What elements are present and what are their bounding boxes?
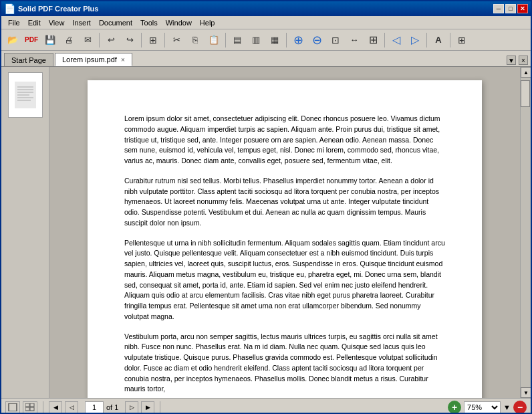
menu-tools[interactable]: Tools [136,17,162,28]
separator-7 [426,33,427,47]
open-folder-button[interactable]: 📂 [4,31,21,49]
save-button[interactable]: 💾 [41,31,59,49]
multi-page-icon [25,403,35,411]
maximize-button[interactable]: □ [505,4,516,13]
menu-document[interactable]: Document [95,17,136,28]
zoom-select[interactable]: 50% 75% 100% 125% 150% 200% [464,401,501,413]
zoom-in-button[interactable]: ⊕ [289,31,307,49]
separator-8 [450,33,450,47]
text-tool-button[interactable]: A [430,31,447,49]
thumbnail-icon [15,82,36,108]
status-bar: ◀ ◁ of 1 ▷ ▶ + 50% 75% 100% 125% 150% 20… [1,398,531,414]
pdf-button[interactable]: PDF [23,31,40,49]
scroll-thumb[interactable] [521,80,530,107]
tab-lorem-ipsum[interactable]: Lorem ipsum.pdf × [55,53,132,66]
title-bar-controls: ─ □ ✕ [493,4,528,13]
view-pages-button[interactable]: ⊞ [144,31,162,49]
copy-button[interactable]: ⎘ [186,31,204,49]
toolbar: 📂 PDF 💾 🖨 ✉ ↩ ↪ ⊞ ✂ ⎘ 📋 ▤ ▥ ▦ ⊕ ⊖ ⊡ ↔ ⊞ … [1,29,531,51]
fit-all-button[interactable]: ⊞ [364,31,382,49]
page-thumbnail[interactable] [8,72,43,118]
main-area: Lorem ipsum dolor sit amet, consectetuer… [1,67,531,398]
zoom-out-button[interactable]: ⊖ [308,31,325,49]
scroll-track[interactable] [521,78,531,387]
tab-lorem-ipsum-label: Lorem ipsum.pdf [62,56,117,64]
col1-button[interactable]: ▤ [229,31,246,49]
col2-button[interactable]: ▥ [247,31,265,49]
separator-3 [164,33,165,47]
app-icon: 📄 [4,3,15,14]
title-bar: 📄 Solid PDF Creator Plus ─ □ ✕ [1,1,531,16]
tab-close-all-button[interactable]: × [519,56,528,65]
close-button[interactable]: ✕ [517,4,528,13]
view-grid-button[interactable] [23,401,37,413]
title-bar-left: 📄 Solid PDF Creator Plus [4,3,98,14]
tab-dropdown-button[interactable]: ▼ [507,56,516,65]
status-separator-2 [160,401,160,413]
svg-rect-9 [30,403,34,407]
page-indicator: of 1 [85,401,118,413]
vertical-scrollbar: ▲ ▼ [520,67,531,398]
svg-rect-10 [25,407,29,411]
svg-rect-7 [9,403,17,411]
page-number-input[interactable] [85,401,104,413]
menu-help[interactable]: Help [196,17,219,28]
col3-button[interactable]: ▦ [266,31,283,49]
tab-start-page-label: Start Page [11,56,46,64]
scroll-down-button[interactable]: ▼ [521,387,531,398]
minimize-button[interactable]: ─ [493,4,504,13]
zoom-in-status-button[interactable]: + [448,401,461,414]
tab-bar-right: ▼ × [507,56,531,66]
paragraph-3: Pellentesque ut urna in nibh sollicitudi… [124,238,445,322]
nav-first-button[interactable]: ◀ [49,401,62,413]
email-button[interactable]: ✉ [79,31,96,49]
single-page-icon [8,403,17,411]
nav-left-button[interactable]: ◁ [388,31,405,49]
svg-rect-8 [25,403,29,407]
nav-last-button[interactable]: ▶ [141,401,154,413]
print-button[interactable]: 🖨 [60,31,78,49]
menu-file[interactable]: File [4,17,24,28]
svg-rect-11 [30,407,34,411]
paragraph-4: Vestibulum porta, arcu non semper sagitt… [124,332,445,395]
separator-2 [141,33,142,47]
view-single-button[interactable] [5,401,20,413]
thumbnail-panel [1,67,49,398]
menu-window[interactable]: Window [162,17,196,28]
undo-button[interactable]: ↩ [102,31,120,49]
nav-right-button[interactable]: ▷ [406,31,424,49]
dropdown-arrow-icon: ▼ [503,403,511,411]
separator-6 [384,33,385,47]
menu-edit[interactable]: Edit [24,17,45,28]
status-separator-1 [43,401,43,413]
tab-bar: Start Page Lorem ipsum.pdf × ▼ × [1,51,531,67]
paragraph-2: Curabitur rutrum nisl sed tellus. Morbi … [124,176,445,229]
zoom-area: + 50% 75% 100% 125% 150% 200% ▼ − [448,401,527,414]
paste-button[interactable]: 📋 [205,31,223,49]
zoom-out-status-button[interactable]: − [513,401,527,414]
separator-1 [99,33,100,47]
fit-width-button[interactable]: ↔ [346,31,363,49]
tab-close-icon[interactable]: × [121,56,125,64]
menu-view[interactable]: View [45,17,69,28]
title-bar-text: Solid PDF Creator Plus [18,5,98,13]
separator-4 [225,33,226,47]
document-page: Lorem ipsum dolor sit amet, consectetuer… [88,80,482,398]
menu-insert[interactable]: Insert [68,17,95,28]
nav-prev-button[interactable]: ◁ [65,401,78,413]
page-total-text: of 1 [106,403,118,411]
redo-button[interactable]: ↪ [121,31,138,49]
nav-next-button[interactable]: ▷ [125,401,138,413]
cut-button[interactable]: ✂ [168,31,185,49]
scroll-up-button[interactable]: ▲ [521,67,531,78]
grid-view-button[interactable]: ⊞ [453,31,471,49]
fit-height-button[interactable]: ⊡ [327,31,344,49]
menu-bar: File Edit View Insert Document Tools Win… [1,16,531,29]
separator-5 [286,33,287,47]
tab-start-page[interactable]: Start Page [4,53,53,66]
document-area: Lorem ipsum dolor sit amet, consectetuer… [49,67,520,398]
paragraph-1: Lorem ipsum dolor sit amet, consectetuer… [124,114,445,167]
